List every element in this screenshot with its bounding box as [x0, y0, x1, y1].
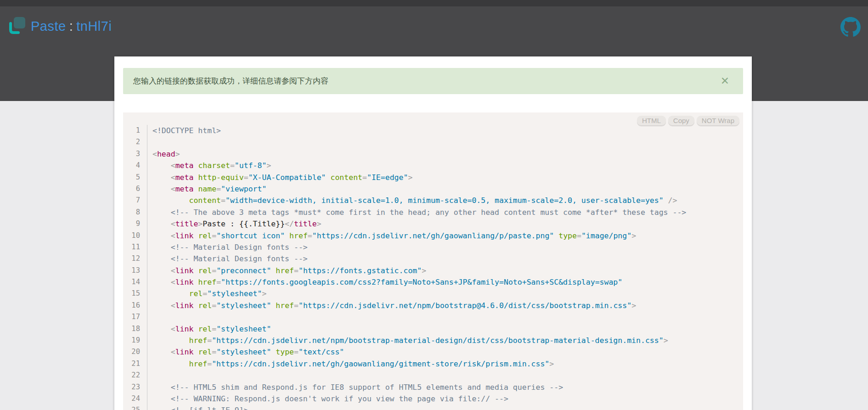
code-text: <link rel="stylesheet"	[147, 323, 271, 335]
code-text: <meta name="viewport"	[147, 183, 266, 195]
title-separator: :	[66, 19, 77, 34]
paste-id: tnHl7i	[76, 19, 112, 34]
code-line: 19 href="https://cdn.jsdelivr.net/npm/bo…	[123, 335, 743, 346]
wrap-toggle-button[interactable]: NOT Wrap	[697, 116, 739, 125]
line-number: 19	[123, 335, 147, 346]
code-text: <link rel="stylesheet" type="text/css"	[147, 346, 344, 358]
code-line: 9 <title>Paste : {{.Title}}</title>	[123, 218, 743, 230]
code-line: 13 <link rel="preconnect" href="https://…	[123, 265, 743, 276]
line-number: 2	[123, 136, 147, 148]
code-text: <!-- Material Design fonts -->	[147, 242, 308, 253]
line-number: 20	[123, 346, 147, 358]
line-number: 10	[123, 230, 147, 242]
github-icon	[840, 17, 861, 37]
line-number: 21	[123, 358, 147, 370]
code-text: <!-- Material Design fonts -->	[147, 253, 308, 264]
code-text: href="https://cdn.jsdelivr.net/npm/boots…	[147, 335, 668, 346]
code-line: 20 <link rel="stylesheet" type="text/css…	[123, 346, 743, 358]
code-line: 21 href="https://cdn.jsdelivr.net/gh/gao…	[123, 358, 743, 370]
code-text: <!-- WARNING: Respond.js doesn't work if…	[147, 393, 508, 404]
code-line: 3<head>	[123, 148, 743, 160]
code-line: 23 <!-- HTML5 shim and Respond.js for IE…	[123, 382, 743, 393]
line-number: 11	[123, 242, 147, 253]
code-text: rel="stylesheet">	[147, 288, 266, 299]
line-number: 15	[123, 288, 147, 299]
copy-button[interactable]: Copy	[668, 116, 694, 125]
line-number: 6	[123, 183, 147, 195]
code-line: 22	[123, 370, 743, 381]
alert-message: 您输入的链接的数据获取成功，详细信息请参阅下方内容	[123, 76, 718, 86]
code-line: 8 <!-- The above 3 meta tags *must* come…	[123, 207, 743, 218]
code-text	[147, 370, 152, 381]
code-line: 15 rel="stylesheet">	[123, 288, 743, 299]
code-line: 7 content="width=device-width, initial-s…	[123, 195, 743, 206]
code-line: 14 <link href="https://fonts.googleapis.…	[123, 276, 743, 288]
code-text: <link rel="stylesheet" href="https://cdn…	[147, 300, 636, 311]
code-line: 6 <meta name="viewport"	[123, 183, 743, 195]
app-name: Paste	[31, 19, 66, 34]
code-text: <link rel="shortcut icon" href="https://…	[147, 230, 636, 242]
code-line: 17	[123, 311, 743, 323]
code-text	[147, 136, 152, 148]
code-line: 16 <link rel="stylesheet" href="https://…	[123, 300, 743, 311]
brand[interactable]: Paste:tnHl7i	[8, 17, 112, 36]
line-number: 7	[123, 195, 147, 206]
line-number: 8	[123, 207, 147, 218]
page-title: Paste:tnHl7i	[31, 19, 112, 34]
code-text: <link href="https://fonts.googleapis.com…	[147, 276, 622, 288]
code-line: 24 <!-- WARNING: Respond.js doesn't work…	[123, 393, 743, 404]
header-top-strip	[0, 0, 868, 6]
line-number: 17	[123, 311, 147, 323]
code-text: <!-- HTML5 shim and Respond.js for IE8 s…	[147, 382, 563, 393]
line-number: 9	[123, 218, 147, 230]
line-number: 23	[123, 382, 147, 393]
line-number: 3	[123, 148, 147, 160]
line-number: 1	[123, 125, 147, 136]
code-lines: 1<!DOCTYPE html>23<head>4 <meta charset=…	[123, 125, 743, 410]
code-toolbar: HTML Copy NOT Wrap	[637, 116, 739, 125]
code-text: <!-- The above 3 meta tags *must* come f…	[147, 207, 686, 218]
code-line: 10 <link rel="shortcut icon" href="https…	[123, 230, 743, 242]
alert-close-button[interactable]: ✕	[718, 73, 732, 89]
code-text: <title>Paste : {{.Title}}</title>	[147, 218, 321, 230]
code-line: 25 <!--[if lt IE 9]>	[123, 404, 743, 410]
line-number: 14	[123, 276, 147, 288]
code-text	[147, 311, 152, 323]
language-button[interactable]: HTML	[637, 116, 666, 125]
code-text: <meta charset="utf-8">	[147, 160, 271, 171]
line-number: 18	[123, 323, 147, 335]
code-line: 11 <!-- Material Design fonts -->	[123, 242, 743, 253]
line-number: 16	[123, 300, 147, 311]
code-text: <link rel="preconnect" href="https://fon…	[147, 265, 426, 276]
line-number: 5	[123, 172, 147, 183]
success-alert: 您输入的链接的数据获取成功，详细信息请参阅下方内容 ✕	[123, 68, 743, 94]
code-line: 1<!DOCTYPE html>	[123, 125, 743, 136]
code-text: <!--[if lt IE 9]>	[147, 404, 248, 410]
code-text: <!DOCTYPE html>	[147, 125, 221, 136]
code-line: 12 <!-- Material Design fonts -->	[123, 253, 743, 264]
content-card: 您输入的链接的数据获取成功，详细信息请参阅下方内容 ✕ HTML Copy NO…	[114, 56, 752, 410]
github-link[interactable]	[840, 17, 861, 37]
code-block: HTML Copy NOT Wrap 1<!DOCTYPE html>23<he…	[123, 112, 743, 410]
code-text: content="width=device-width, initial-sca…	[147, 195, 677, 206]
line-number: 12	[123, 253, 147, 264]
line-number: 25	[123, 404, 147, 410]
line-number: 24	[123, 393, 147, 404]
line-number: 13	[123, 265, 147, 276]
code-line: 5 <meta http-equiv="X-UA-Compatible" con…	[123, 172, 743, 183]
code-text: href="https://cdn.jsdelivr.net/gh/gaowan…	[147, 358, 554, 370]
code-line: 18 <link rel="stylesheet"	[123, 323, 743, 335]
code-text: <head>	[147, 148, 180, 160]
code-text: <meta http-equiv="X-UA-Compatible" conte…	[147, 172, 412, 183]
code-line: 2	[123, 136, 743, 148]
line-number: 22	[123, 370, 147, 381]
line-number: 4	[123, 160, 147, 171]
code-line: 4 <meta charset="utf-8">	[123, 160, 743, 171]
paste-logo-icon	[8, 17, 26, 36]
